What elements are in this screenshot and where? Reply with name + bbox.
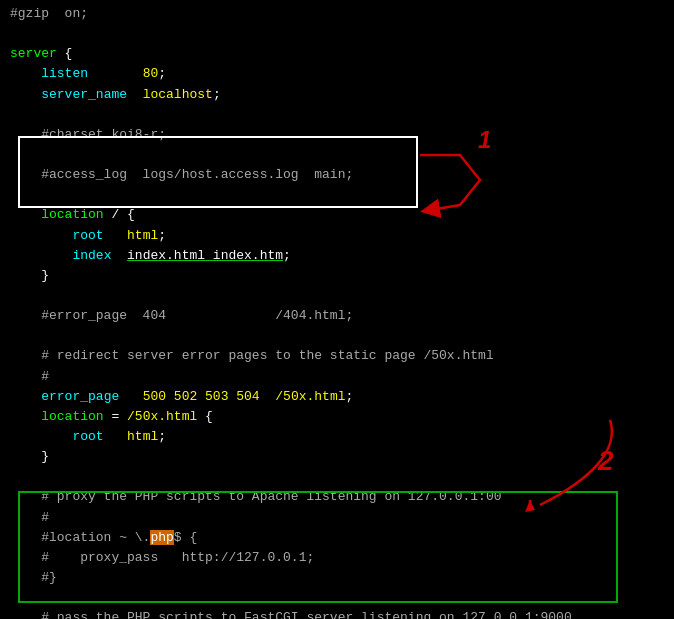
line-location-root: location / { <box>10 205 664 225</box>
line-root-html: root html; <box>10 226 664 246</box>
line-server-name: server_name localhost; <box>10 85 664 105</box>
line-access-log: #access_log logs/host.access.log main; <box>10 165 664 185</box>
line-proxy-pass: # proxy_pass http://127.0.0.1; <box>10 548 664 568</box>
line-proxy-comment: # proxy the PHP scripts to Apache listen… <box>10 487 664 507</box>
line-hash-2: # <box>10 508 664 528</box>
line-location-50x: location = /50x.html { <box>10 407 664 427</box>
line-hash-1: # <box>10 367 664 387</box>
line-blank-4 <box>10 185 664 205</box>
line-root-html-2: root html; <box>10 427 664 447</box>
line-blank-8 <box>10 588 664 608</box>
line-blank-5 <box>10 286 664 306</box>
line-gzip: #gzip on; <box>10 4 664 24</box>
line-index: index index.html index.htm; <box>10 246 664 266</box>
line-blank-2 <box>10 105 664 125</box>
line-blank-7 <box>10 467 664 487</box>
line-blank-1 <box>10 24 664 44</box>
line-charset: #charset koi8-r; <box>10 125 664 145</box>
line-blank-3 <box>10 145 664 165</box>
line-fastcgi-comment: # pass the PHP scripts to FastCGI server… <box>10 608 664 619</box>
line-loc-php-1: #location ~ \.php$ { <box>10 528 664 548</box>
code-editor: #gzip on; server { listen 80; server_nam… <box>0 0 674 619</box>
line-redirect-comment: # redirect server error pages to the sta… <box>10 346 664 366</box>
line-listen: listen 80; <box>10 64 664 84</box>
line-server: server { <box>10 44 664 64</box>
line-blank-6 <box>10 326 664 346</box>
line-brace-2: } <box>10 447 664 467</box>
line-error-page-404: #error_page 404 /404.html; <box>10 306 664 326</box>
line-brace-1: } <box>10 266 664 286</box>
line-error-page-50x: error_page 500 502 503 504 /50x.html; <box>10 387 664 407</box>
line-hash-brace-1: #} <box>10 568 664 588</box>
